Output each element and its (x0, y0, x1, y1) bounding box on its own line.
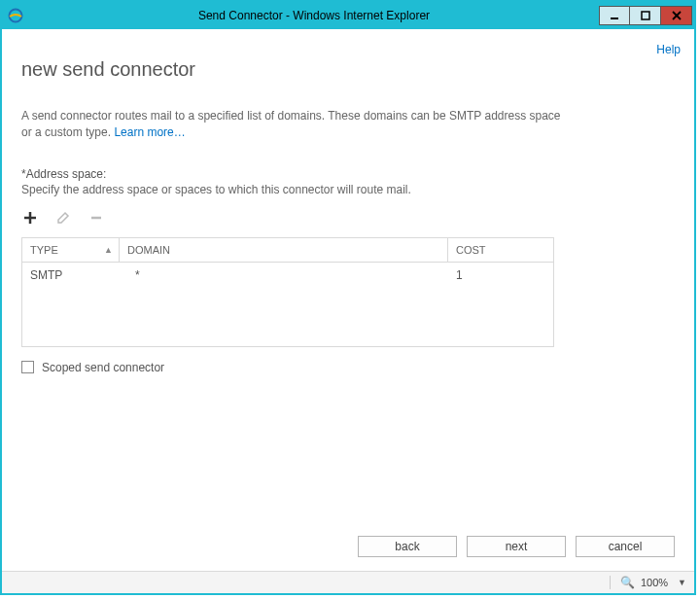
svg-rect-2 (642, 12, 649, 19)
address-space-table: TYPE ▲ DOMAIN COST SMTP * 1 (21, 237, 554, 347)
col-header-cost[interactable]: COST (448, 244, 553, 256)
title-bar: Send Connector - Windows Internet Explor… (2, 2, 694, 29)
edit-icon[interactable] (54, 209, 72, 227)
page-title: new send connector (21, 58, 675, 81)
page-description: A send connector routes mail to a specif… (21, 108, 566, 142)
remove-icon[interactable] (88, 209, 105, 227)
zoom-icon[interactable]: 🔍 (620, 576, 635, 589)
spacer (21, 374, 675, 536)
address-space-sub: Specify the address space or spaces to w… (21, 183, 675, 196)
statusbar-sep (610, 576, 611, 589)
help-link[interactable]: Help (656, 43, 681, 56)
col-header-cost-label: COST (456, 244, 486, 256)
table-row[interactable]: SMTP * 1 (22, 263, 553, 288)
col-header-domain-label: DOMAIN (127, 244, 170, 256)
window-controls (599, 6, 692, 25)
learn-more-link[interactable]: Learn more… (114, 125, 185, 139)
address-space-label: *Address space: (21, 167, 675, 181)
cell-domain: * (127, 268, 448, 282)
col-header-type[interactable]: TYPE ▲ (22, 238, 120, 262)
back-button[interactable]: back (358, 536, 457, 557)
scoped-checkbox[interactable] (21, 361, 34, 373)
col-header-domain[interactable]: DOMAIN (120, 238, 448, 262)
add-icon[interactable] (21, 209, 39, 227)
scoped-checkbox-label: Scoped send connector (42, 361, 164, 374)
content-area: Help new send connector A send connector… (2, 29, 694, 593)
table-header: TYPE ▲ DOMAIN COST (22, 238, 553, 263)
close-button[interactable] (661, 6, 692, 25)
description-text: A send connector routes mail to a specif… (21, 109, 561, 139)
cell-cost: 1 (448, 268, 553, 282)
page-body: new send connector A send connector rout… (2, 29, 694, 536)
wizard-footer: back next cancel (2, 536, 694, 571)
maximize-button[interactable] (630, 6, 661, 25)
cell-type: SMTP (22, 268, 127, 282)
cancel-button[interactable]: cancel (576, 536, 675, 557)
table-body: SMTP * 1 (22, 263, 553, 346)
next-button[interactable]: next (467, 536, 566, 557)
table-toolbar (21, 208, 675, 228)
chevron-down-icon[interactable]: ▼ (678, 578, 686, 587)
scoped-checkbox-row: Scoped send connector (21, 361, 675, 374)
zoom-level: 100% (641, 577, 668, 588)
col-header-type-label: TYPE (30, 244, 58, 256)
window-title: Send Connector - Windows Internet Explor… (29, 9, 599, 22)
minimize-button[interactable] (599, 6, 630, 25)
status-bar: 🔍 100% ▼ (2, 571, 694, 593)
window-frame: Send Connector - Windows Internet Explor… (0, 0, 696, 595)
ie-icon (8, 8, 23, 23)
sort-asc-icon: ▲ (104, 245, 113, 255)
